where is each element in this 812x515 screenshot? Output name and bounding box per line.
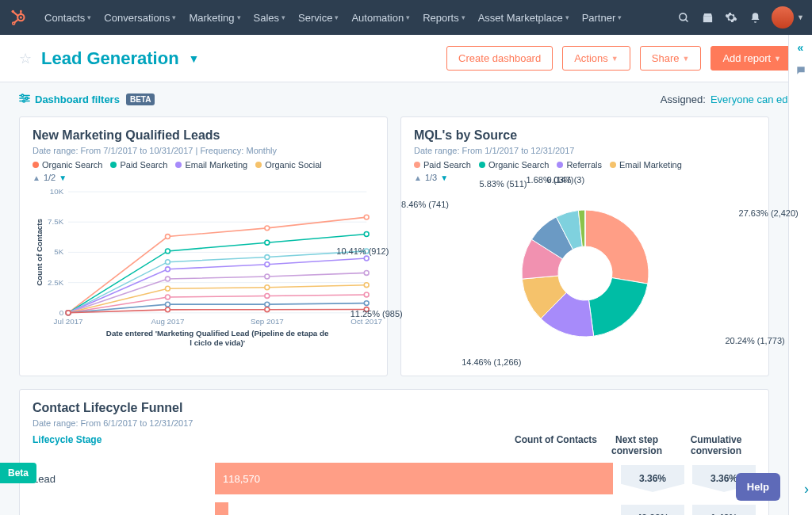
svg-point-57 <box>265 294 270 299</box>
pager-next-icon[interactable]: ▼ <box>59 174 67 182</box>
svg-point-63 <box>66 311 71 315</box>
card-subtitle: Date range: From 6/1/2017 to 12/31/2017 <box>33 418 756 428</box>
favorite-star-icon[interactable]: ☆ <box>19 50 32 67</box>
svg-text:Date entered 'Marketing Qualif: Date entered 'Marketing Qualified Lead (… <box>106 329 329 338</box>
svg-text:0: 0 <box>59 308 64 317</box>
share-button[interactable]: Share▼ <box>640 46 702 71</box>
legend-item: Referrals <box>557 160 602 170</box>
card-title: Contact Lifecycle Funnel <box>33 401 756 415</box>
filter-icon[interactable] <box>19 93 30 105</box>
svg-point-45 <box>265 262 270 267</box>
nav-item-marketing[interactable]: Marketing ▾ <box>182 12 247 24</box>
svg-point-40 <box>166 260 170 265</box>
nav-item-automation[interactable]: Automation ▾ <box>345 12 416 24</box>
svg-text:Count of Contacts: Count of Contacts <box>35 218 44 285</box>
card-subtitle: Date range: From 7/1/2017 to 10/31/2017 … <box>33 146 374 155</box>
pager-next-icon[interactable]: ▼ <box>440 174 448 182</box>
nav-item-asset-marketplace[interactable]: Asset Marketplace ▾ <box>472 12 576 24</box>
funnel-stage-label: Marketing Qualified Lead <box>33 513 215 516</box>
nav-item-contacts[interactable]: Contacts ▾ <box>38 12 98 24</box>
card-subtitle: Date range: From 1/1/2017 to 12/31/2017 <box>414 146 756 155</box>
top-nav: Contacts ▾Conversations ▾Marketing ▾Sale… <box>0 0 812 35</box>
right-rail: « <box>788 35 812 515</box>
svg-rect-10 <box>703 16 711 22</box>
svg-point-38 <box>364 232 369 237</box>
legend-item: Paid Search <box>110 160 167 170</box>
donut-slice-label: 5.83% (511) <box>480 179 527 189</box>
svg-text:5K: 5K <box>54 247 63 256</box>
user-avatar[interactable] <box>772 6 794 29</box>
nav-item-service[interactable]: Service ▾ <box>292 12 345 24</box>
add-report-button[interactable]: Add report▼ <box>710 46 793 71</box>
beta-badge: BETA <box>126 93 155 105</box>
svg-point-52 <box>166 286 170 291</box>
chevron-down-icon[interactable]: ▼ <box>189 52 200 65</box>
hubspot-logo-icon[interactable] <box>8 7 29 28</box>
svg-text:2.5K: 2.5K <box>48 278 64 287</box>
svg-point-58 <box>364 292 369 297</box>
svg-text:Aug 2017: Aug 2017 <box>151 317 184 326</box>
legend-item: Organic Search <box>33 160 102 170</box>
collapse-chevrons-icon[interactable]: « <box>798 41 804 54</box>
card-contact-lifecycle-funnel: Contact Lifecycle Funnel Date range: Fro… <box>19 389 769 515</box>
marketplace-icon[interactable] <box>695 6 719 29</box>
svg-point-37 <box>265 240 270 245</box>
dashboard-filters-link[interactable]: Dashboard filters <box>35 93 120 105</box>
legend-item: Paid Search <box>414 160 471 170</box>
svg-point-49 <box>265 274 270 279</box>
card-title: MQL's by Source <box>414 128 756 143</box>
search-icon[interactable] <box>672 6 695 29</box>
funnel-stage-label: Lead <box>33 473 215 485</box>
legend-item: Organic Search <box>479 160 549 170</box>
nav-item-conversations[interactable]: Conversations ▾ <box>98 12 182 24</box>
assigned-value-link[interactable]: Everyone can edit <box>710 93 793 105</box>
nav-item-partner[interactable]: Partner ▾ <box>576 12 629 24</box>
col-stage: Lifecycle Stage <box>33 434 486 456</box>
nav-item-reports[interactable]: Reports ▾ <box>416 12 472 24</box>
filters-bar: Dashboard filters BETA Assigned: Everyon… <box>0 82 812 116</box>
funnel-row: Lead118,5703.36%3.36% <box>33 463 756 494</box>
funnel-bar: 3,984 <box>215 502 613 515</box>
next-conversion-chip: 3.36% <box>621 465 684 492</box>
svg-point-1 <box>20 17 22 19</box>
pager-text: 1/2 <box>44 173 56 182</box>
svg-point-53 <box>265 285 270 290</box>
dashboard-title[interactable]: Lead Generation <box>41 48 179 69</box>
pager-text: 1/3 <box>425 173 437 182</box>
svg-point-7 <box>12 10 15 13</box>
pager-prev-icon[interactable]: ▲ <box>33 174 40 182</box>
col-count: Count of Contacts <box>486 434 597 456</box>
svg-line-9 <box>685 19 688 21</box>
svg-point-44 <box>166 267 170 272</box>
col-cum: Cumulative conversion <box>676 434 756 456</box>
next-arrow-icon[interactable]: › <box>804 481 809 498</box>
settings-gear-icon[interactable] <box>719 6 743 29</box>
chat-icon[interactable] <box>795 65 806 78</box>
donut-slice-label: 8.46% (741) <box>401 200 449 209</box>
series-pager: ▲ 1/2 ▼ <box>33 173 374 182</box>
svg-point-33 <box>265 226 270 231</box>
funnel-bar: 118,570 <box>215 463 613 494</box>
donut-chart: 27.63% (2,420)20.24% (1,773)14.46% (1,26… <box>414 182 756 364</box>
chart-legend: Paid SearchOrganic SearchReferralsEmail … <box>414 160 756 170</box>
svg-point-48 <box>166 277 170 281</box>
svg-point-32 <box>166 235 170 239</box>
svg-point-46 <box>364 256 369 261</box>
legend-item: Email Marketing <box>175 160 247 170</box>
notifications-bell-icon[interactable] <box>743 6 767 29</box>
dashboard-header: ☆ Lead Generation ▼ Create dashboard Act… <box>0 35 812 82</box>
donut-slice-label: 14.46% (1,266) <box>462 357 521 367</box>
help-tab[interactable]: Help <box>736 473 780 501</box>
svg-point-56 <box>166 295 170 299</box>
actions-button[interactable]: Actions▼ <box>562 46 630 71</box>
svg-point-50 <box>364 270 369 275</box>
donut-slice-label: 11.25% (985) <box>350 309 403 319</box>
col-next: Next step conversion <box>597 434 676 456</box>
nav-item-sales[interactable]: Sales ▾ <box>247 12 293 24</box>
svg-point-3 <box>20 10 22 13</box>
create-dashboard-button[interactable]: Create dashboard <box>446 46 553 71</box>
beta-tab[interactable]: Beta <box>0 463 36 483</box>
pager-prev-icon[interactable]: ▲ <box>414 174 422 182</box>
svg-point-60 <box>166 302 170 307</box>
svg-point-62 <box>364 301 369 306</box>
